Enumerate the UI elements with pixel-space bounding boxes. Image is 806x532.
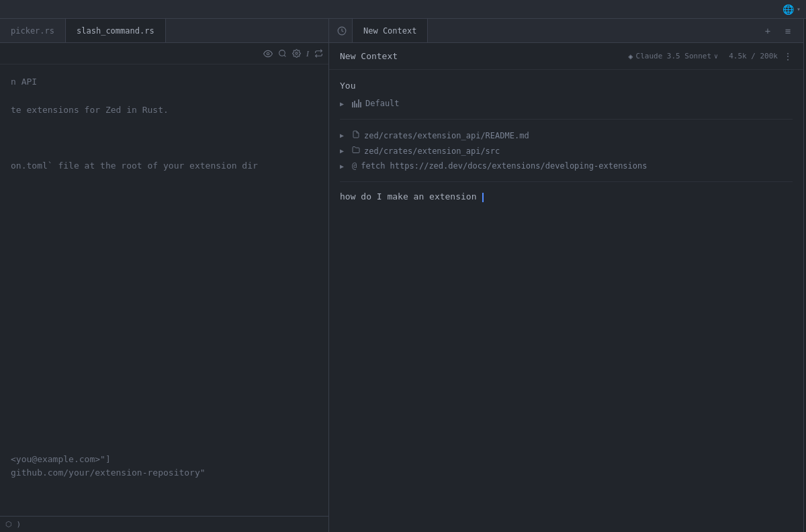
code-line <box>11 173 318 187</box>
code-line <box>11 439 318 453</box>
code-line <box>11 117 318 131</box>
message-sender: You <box>340 81 793 91</box>
split-icon[interactable] <box>314 49 323 58</box>
context-bars-icon <box>352 99 361 107</box>
context-fetch-url[interactable]: ▶ @ fetch https://zed.dev/docs/extension… <box>340 159 793 173</box>
context-default[interactable]: ▶ Default <box>340 96 793 111</box>
svg-point-1 <box>279 50 285 56</box>
code-line <box>11 271 318 285</box>
token-count: 4.5k / 200k <box>729 52 778 60</box>
globe-icon[interactable]: 🌐 <box>782 3 795 16</box>
context-file-src-arrow-icon: ▶ <box>340 147 348 154</box>
model-name: Claude 3.5 Sonnet <box>636 52 712 60</box>
chat-header: New Context ◈ Claude 3.5 Sonnet ∨ 4.5k /… <box>329 43 803 70</box>
editor-toolbar: I <box>0 43 328 64</box>
code-line <box>11 326 318 341</box>
svg-point-3 <box>296 52 298 54</box>
code-line <box>11 187 318 201</box>
code-line <box>11 494 318 508</box>
code-line <box>11 396 318 410</box>
code-line <box>11 229 318 243</box>
code-line <box>11 299 318 313</box>
code-line <box>11 355 318 369</box>
code-line <box>11 89 318 103</box>
code-line: n API <box>11 75 318 89</box>
chat-tab-new-context[interactable]: New Context <box>352 19 428 42</box>
code-editor[interactable]: n API te extensions for Zed in Rust. on.… <box>0 64 328 516</box>
code-line: on.toml` file at the root of your extens… <box>11 159 318 173</box>
context-fetch-label: fetch https://zed.dev/docs/extensions/de… <box>361 161 647 171</box>
context-files: ▶ zed/crates/extension_api/README.md ▶ <box>340 128 793 173</box>
folder-icon <box>352 146 360 156</box>
svg-line-2 <box>284 55 285 56</box>
code-line <box>11 313 318 327</box>
main-content: picker.rs slash_command.rs <box>0 19 806 532</box>
right-panel: New Context + ≡ New Context ◈ Claude 3.5… <box>329 19 803 532</box>
right-border <box>803 19 806 532</box>
topbar-chevron-icon[interactable]: ▾ <box>797 5 801 13</box>
code-line <box>11 341 318 355</box>
code-line <box>11 257 318 271</box>
more-chats-button[interactable]: ≡ <box>780 24 795 38</box>
context-default-arrow-icon: ▶ <box>340 100 348 107</box>
code-line <box>11 145 318 159</box>
context-file-readme[interactable]: ▶ zed/crates/extension_api/README.md <box>340 128 793 143</box>
text-cursor <box>482 193 484 202</box>
code-line <box>11 215 318 229</box>
chat-more-button[interactable]: ⋮ <box>783 51 793 62</box>
code-line: <you@example.com>"] <box>11 453 318 467</box>
model-selector[interactable]: ◈ Claude 3.5 Sonnet ∨ <box>628 52 718 61</box>
model-icon: ◈ <box>628 52 633 61</box>
model-chevron-icon: ∨ <box>714 52 718 60</box>
context-file-src-label: zed/crates/extension_api/src <box>364 146 500 156</box>
code-line: github.com/your/extension-repository" <box>11 466 318 480</box>
context-file-arrow-icon: ▶ <box>340 132 348 139</box>
message-item: You ▶ Default <box>340 81 793 204</box>
chat-tab-bar: New Context + ≡ <box>329 19 803 43</box>
user-message-text: how do I make an extension <box>340 190 793 204</box>
code-line <box>11 480 318 494</box>
code-line <box>11 369 318 383</box>
gear-icon[interactable] <box>292 49 301 58</box>
context-file-src[interactable]: ▶ zed/crates/extension_api/src <box>340 143 793 159</box>
editor-tab-bar: picker.rs slash_command.rs <box>0 19 328 43</box>
cursor-icon[interactable]: I <box>306 48 309 59</box>
code-line: te extensions for Zed in Rust. <box>11 103 318 118</box>
editor-status-bar: ⬡ ) <box>0 516 328 532</box>
chat-messages[interactable]: You ▶ Default <box>329 70 803 532</box>
svg-point-0 <box>267 52 269 55</box>
chat-tab-actions: + ≡ <box>755 24 801 38</box>
at-icon: @ <box>352 161 357 171</box>
code-line <box>11 383 318 397</box>
code-line <box>11 508 318 516</box>
file-icon <box>352 130 360 140</box>
chat-tab-label: New Context <box>363 26 416 36</box>
code-line <box>11 285 318 299</box>
eye-icon[interactable] <box>263 49 273 58</box>
status-text: ⬡ ) <box>5 520 21 529</box>
search-icon[interactable] <box>278 49 287 58</box>
code-line <box>11 410 318 425</box>
context-file-readme-label: zed/crates/extension_api/README.md <box>364 131 529 140</box>
history-button[interactable] <box>332 26 352 36</box>
left-panel: picker.rs slash_command.rs <box>0 19 329 532</box>
code-line <box>11 131 318 145</box>
context-default-label: Default <box>365 99 400 108</box>
code-line <box>11 243 318 257</box>
code-line <box>11 201 318 215</box>
context-fetch-arrow-icon: ▶ <box>340 163 348 170</box>
new-chat-button[interactable]: + <box>760 24 775 38</box>
divider <box>340 119 793 120</box>
divider-2 <box>340 181 793 182</box>
tab-picker-rs[interactable]: picker.rs <box>0 19 66 42</box>
tab-slash-command-rs[interactable]: slash_command.rs <box>66 19 166 42</box>
chat-title: New Context <box>340 51 398 61</box>
code-line <box>11 425 318 439</box>
top-bar: 🌐 ▾ <box>0 0 806 19</box>
